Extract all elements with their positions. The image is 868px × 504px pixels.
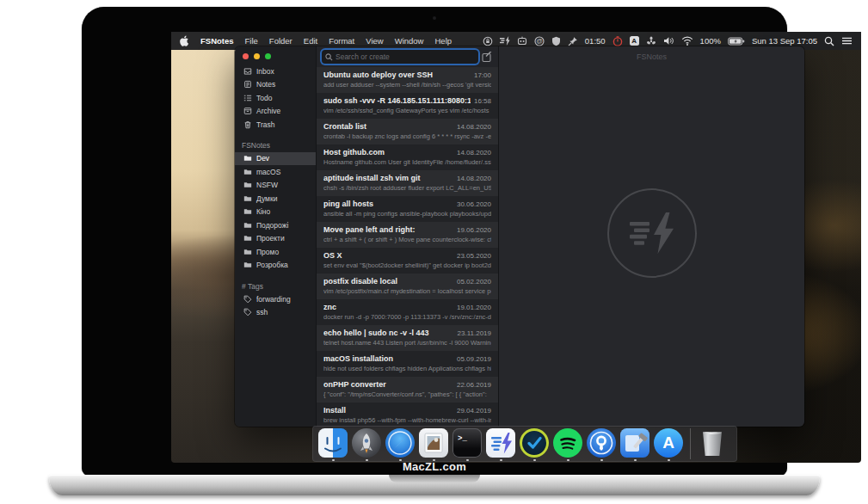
sidebar-item[interactable]: Archive	[235, 105, 316, 119]
input-source-badge[interactable]: A	[630, 36, 639, 46]
note-list-item[interactable]: echo hello | sudo nc -v -l 443 23.11.201…	[317, 325, 498, 351]
sidebar-item[interactable]: Кіно	[235, 206, 316, 219]
note-preview: crontab -l backup znc logs and config 6 …	[323, 132, 491, 140]
sidebar-item[interactable]: Trash	[235, 118, 316, 132]
zoom-window-button[interactable]	[265, 53, 271, 59]
search-box[interactable]	[322, 50, 478, 64]
at-icon[interactable]: @	[534, 36, 545, 46]
red-timer-icon[interactable]	[613, 36, 623, 46]
sidebar-item[interactable]: Notes	[235, 78, 316, 92]
dock-1password-icon[interactable]	[587, 428, 616, 458]
note-list-item[interactable]: macOS installation 05.09.2019 hide not u…	[317, 351, 498, 377]
sidebar-item[interactable]: Inbox	[235, 65, 316, 78]
note-list-item[interactable]: aptitude install zsh vim git 14.08.2020 …	[317, 170, 498, 196]
note-list-item[interactable]: postfix disable local 05.02.2020 vim /et…	[317, 274, 498, 299]
pin-icon[interactable]	[568, 36, 578, 46]
note-list-item[interactable]: onPHP converter 22.06.2019 { "conf": "/t…	[317, 377, 498, 403]
dock-safari-icon[interactable]	[385, 428, 415, 458]
wifi-icon[interactable]	[681, 36, 693, 46]
sidebar-item[interactable]: # Tags	[235, 280, 316, 292]
bezel-brand-text: MacZL.com	[82, 460, 787, 473]
menubar-app-name[interactable]: FSNotes	[200, 36, 234, 46]
menubar-clock[interactable]: Sun 13 Sep 17:05	[752, 36, 817, 46]
notification-center-icon[interactable]	[841, 36, 853, 46]
dock-spotify-icon[interactable]	[553, 428, 582, 458]
notes-list: Ubuntu auto deploy over SSH 17:00 add us…	[317, 67, 498, 427]
menubar-timer-text[interactable]: 01:50	[585, 36, 606, 46]
sidebar-item[interactable]: macOS	[235, 165, 316, 179]
menubar-menu-item[interactable]: Help	[434, 36, 452, 46]
search-input[interactable]	[336, 52, 475, 61]
sidebar-item[interactable]: NSFW	[235, 179, 316, 193]
dock-xcode-icon[interactable]	[620, 428, 649, 458]
new-note-button[interactable]	[482, 52, 493, 63]
sidebar-item[interactable]: FSNotes	[235, 139, 316, 152]
volume-icon[interactable]	[663, 36, 674, 46]
menubar-menu-item[interactable]: File	[245, 36, 258, 46]
folder-icon	[243, 221, 252, 230]
menubar-menu-item[interactable]: View	[366, 36, 383, 46]
note-preview: ctrl + a shift + ( or shift + ) Move pan…	[323, 236, 491, 243]
note-list-item[interactable]: Install 29.04.2019 brew install php56 --…	[317, 403, 498, 427]
dock-terminal-icon[interactable]: >_	[452, 428, 482, 458]
note-list-item[interactable]: sudo ssh -vvv -R 146.185.151.111:8080:12…	[317, 93, 498, 119]
note-list-item[interactable]: znc 19.01.2020 docker run -d -p 7000:700…	[317, 299, 498, 325]
note-preview: vim /etc/postfix/main.cf mydestination =…	[323, 287, 491, 295]
note-date: 05.02.2020	[457, 278, 491, 286]
sidebar-item[interactable]: Проекти	[235, 232, 316, 246]
close-window-button[interactable]	[243, 53, 249, 59]
privacy-lock-icon[interactable]	[483, 36, 493, 46]
note-title: Install	[323, 406, 453, 415]
note-list-item[interactable]: Host github.com 14.08.2020 Hostname gith…	[317, 144, 498, 170]
sidebar: Inbox Notes Todo	[235, 46, 316, 427]
sidebar-item[interactable]: ssh	[235, 306, 316, 320]
dock-things-icon[interactable]	[520, 428, 549, 458]
spotlight-search-icon[interactable]	[824, 36, 834, 46]
menubar-menu-item[interactable]: Folder	[269, 36, 292, 46]
dock-fsnotes-icon[interactable]	[486, 428, 515, 458]
menubar-menu-item[interactable]: Window	[395, 36, 424, 46]
shield-icon[interactable]	[551, 36, 561, 46]
note-title: Host github.com	[323, 148, 453, 157]
note-list-item[interactable]: OS X 23.05.2020 set env eval "$(boot2doc…	[317, 248, 498, 274]
sidebar-item[interactable]: Dev	[235, 152, 316, 166]
note-preview: { "conf": "/tmp/nsConverter/conf.ns", "p…	[323, 390, 491, 398]
sidebar-item-label: Trash	[256, 120, 274, 129]
note-date: 05.09.2019	[457, 355, 491, 363]
note-title: Move pane left and right:	[323, 225, 453, 234]
note-title: ping all hosts	[323, 200, 453, 208]
note-list-item[interactable]: ping all hosts 30.06.2020 ansible all -m…	[317, 196, 498, 222]
sidebar-item[interactable]: Розробка	[235, 259, 316, 273]
note-title: OS X	[323, 251, 453, 260]
dock-mail-icon[interactable]	[419, 428, 448, 458]
note-date: 14.08.2020	[457, 175, 491, 182]
note-list-item[interactable]: Ubuntu auto deploy over SSH 17:00 add us…	[317, 67, 498, 93]
menubar-menu-item[interactable]: Edit	[304, 36, 317, 46]
dock-launchpad-icon[interactable]	[352, 428, 381, 458]
dock-appstore-icon[interactable]: A	[654, 428, 683, 458]
sidebar-item[interactable]: Думки	[235, 192, 316, 206]
macbook-base	[49, 475, 820, 495]
sidebar-item[interactable]: forwarding	[235, 292, 316, 306]
note-list-item[interactable]: Move pane left and right: 19.06.2020 ctr…	[317, 222, 498, 248]
apple-icon[interactable]	[180, 36, 189, 46]
macbook-screen-bezel: FSNotes FileFolderEditFormatViewWindowHe…	[82, 7, 787, 476]
sidebar-item[interactable]: Todo	[235, 91, 316, 105]
fsnotes-menu-icon[interactable]	[500, 36, 510, 46]
minimize-window-button[interactable]	[254, 53, 260, 59]
editor-pane[interactable]: FSNotes	[499, 46, 804, 427]
note-title: echo hello | sudo nc -v -l 443	[323, 329, 454, 337]
fan-icon[interactable]	[646, 36, 656, 46]
menubar-menu-item[interactable]: Format	[329, 36, 354, 46]
note-preview: Hostname github.com User git IdentityFil…	[323, 158, 491, 166]
sidebar-item[interactable]: Подорожі	[235, 218, 316, 232]
sidebar-item[interactable]: Промо	[235, 245, 316, 259]
battery-icon[interactable]	[728, 36, 745, 46]
search-icon	[325, 53, 333, 61]
dock-finder-icon[interactable]	[318, 428, 348, 458]
dock-trash-icon[interactable]	[698, 428, 727, 458]
folder-icon	[243, 261, 252, 269]
note-list-item[interactable]: Crontab list 14.08.2020 crontab -l backu…	[317, 119, 498, 144]
robot-icon[interactable]	[517, 36, 527, 46]
tag-icon	[243, 295, 252, 304]
